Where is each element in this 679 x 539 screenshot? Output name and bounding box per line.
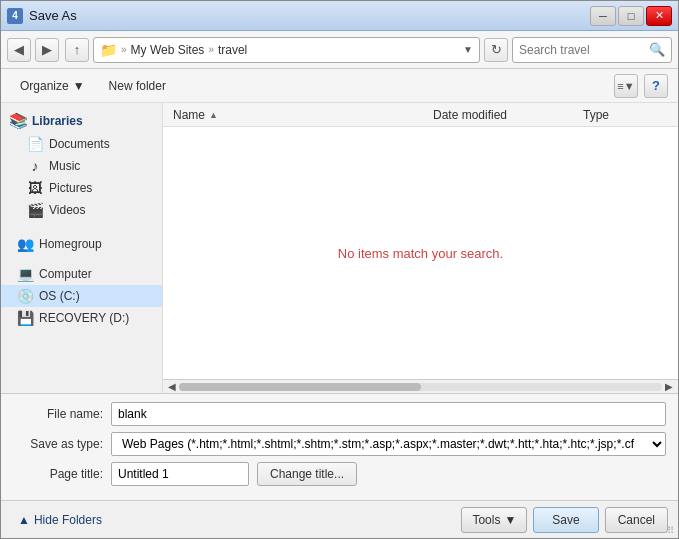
up-button[interactable]: ↑ — [65, 38, 89, 62]
file-name-row: File name: — [13, 402, 666, 426]
path-chevron1: » — [121, 44, 127, 55]
save-as-dialog: 4 Save As ─ □ ✕ ◀ ▶ ↑ 📁 » My Web Sites »… — [0, 0, 679, 539]
sidebar-music-label: Music — [49, 159, 80, 173]
save-as-type-select[interactable]: Web Pages (*.htm;*.html;*.shtml;*.shtm;*… — [111, 432, 666, 456]
sidebar-item-documents[interactable]: 📄 Documents — [1, 133, 162, 155]
sidebar-computer-label: Computer — [39, 267, 92, 281]
toolbar: Organize ▼ New folder ≡ ▼ ? — [1, 69, 678, 103]
path-dropdown-button[interactable]: ▼ — [463, 44, 473, 55]
page-title-label: Page title: — [13, 467, 103, 481]
videos-icon: 🎬 — [27, 202, 43, 218]
window-icon: 4 — [7, 8, 23, 24]
sidebar-homegroup-label: Homegroup — [39, 237, 102, 251]
col-date-header[interactable]: Date modified — [427, 108, 577, 122]
no-items-message: No items match your search. — [338, 246, 503, 261]
search-input[interactable] — [519, 43, 645, 57]
save-button[interactable]: Save — [533, 507, 598, 533]
organize-button[interactable]: Organize ▼ — [11, 74, 94, 98]
col-name-header[interactable]: Name ▲ — [167, 108, 427, 122]
file-name-input[interactable] — [111, 402, 666, 426]
osc-icon: 💿 — [17, 288, 33, 304]
window-controls: ─ □ ✕ — [590, 6, 672, 26]
new-folder-button[interactable]: New folder — [100, 74, 175, 98]
sidebar-item-pictures[interactable]: 🖼 Pictures — [1, 177, 162, 199]
sidebar-pictures-label: Pictures — [49, 181, 92, 195]
scroll-left-button[interactable]: ◀ — [165, 381, 179, 393]
hide-folders-icon: ▲ — [18, 513, 30, 527]
page-title-input[interactable] — [111, 462, 249, 486]
scroll-track[interactable] — [179, 383, 662, 391]
minimize-button[interactable]: ─ — [590, 6, 616, 26]
view-toggle-button[interactable]: ≡ ▼ — [614, 74, 638, 98]
resize-handle: ⠿ — [667, 525, 674, 536]
close-button[interactable]: ✕ — [646, 6, 672, 26]
pictures-icon: 🖼 — [27, 180, 43, 196]
sidebar-item-homegroup[interactable]: 👥 Homegroup — [1, 233, 162, 255]
bottom-bar: ▲ Hide Folders Tools ▼ Save Cancel ⠿ — [1, 500, 678, 538]
form-area: File name: Save as type: Web Pages (*.ht… — [1, 393, 678, 500]
sidebar-videos-label: Videos — [49, 203, 85, 217]
file-list: No items match your search. — [163, 127, 678, 379]
hide-folders-button[interactable]: ▲ Hide Folders — [11, 510, 109, 530]
navigation-bar: ◀ ▶ ↑ 📁 » My Web Sites » travel ▼ ↻ 🔍 — [1, 31, 678, 69]
main-area: 📚 Libraries 📄 Documents ♪ Music 🖼 Pictur… — [1, 103, 678, 393]
help-button[interactable]: ? — [644, 74, 668, 98]
horizontal-scrollbar[interactable]: ◀ ▶ — [163, 379, 678, 393]
bottom-actions: Tools ▼ Save Cancel — [461, 507, 668, 533]
sidebar-item-recovery[interactable]: 💾 RECOVERY (D:) — [1, 307, 162, 329]
scroll-right-button[interactable]: ▶ — [662, 381, 676, 393]
documents-icon: 📄 — [27, 136, 43, 152]
sidebar-item-music[interactable]: ♪ Music — [1, 155, 162, 177]
search-bar: 🔍 — [512, 37, 672, 63]
save-as-type-label: Save as type: — [13, 437, 103, 451]
sidebar-libraries-label: Libraries — [32, 114, 83, 128]
tools-button[interactable]: Tools ▼ — [461, 507, 527, 533]
address-bar[interactable]: 📁 » My Web Sites » travel ▼ — [93, 37, 480, 63]
file-area: Name ▲ Date modified Type No items match… — [163, 103, 678, 393]
save-as-type-row: Save as type: Web Pages (*.htm;*.html;*.… — [13, 432, 666, 456]
path-folder-icon: 📁 — [100, 42, 117, 58]
file-name-label: File name: — [13, 407, 103, 421]
computer-icon: 💻 — [17, 266, 33, 282]
refresh-button[interactable]: ↻ — [484, 38, 508, 62]
change-title-button[interactable]: Change title... — [257, 462, 357, 486]
sidebar-item-computer[interactable]: 💻 Computer — [1, 263, 162, 285]
hide-folders-label: Hide Folders — [34, 513, 102, 527]
sidebar-libraries-header[interactable]: 📚 Libraries — [1, 109, 162, 133]
sidebar: 📚 Libraries 📄 Documents ♪ Music 🖼 Pictur… — [1, 103, 163, 393]
window-title: Save As — [29, 8, 77, 23]
search-icon[interactable]: 🔍 — [649, 42, 665, 57]
col-type-header[interactable]: Type — [577, 108, 674, 122]
scroll-thumb[interactable] — [179, 383, 421, 391]
recovery-icon: 💾 — [17, 310, 33, 326]
sidebar-documents-label: Documents — [49, 137, 110, 151]
sidebar-osc-label: OS (C:) — [39, 289, 80, 303]
sidebar-item-videos[interactable]: 🎬 Videos — [1, 199, 162, 221]
homegroup-icon: 👥 — [17, 236, 33, 252]
path-segment-websites: My Web Sites — [131, 43, 205, 57]
maximize-button[interactable]: □ — [618, 6, 644, 26]
path-segment-travel: travel — [218, 43, 247, 57]
sidebar-item-osc[interactable]: 💿 OS (C:) — [1, 285, 162, 307]
back-button[interactable]: ◀ — [7, 38, 31, 62]
music-icon: ♪ — [27, 158, 43, 174]
sidebar-group-libraries: 📚 Libraries 📄 Documents ♪ Music 🖼 Pictur… — [1, 109, 162, 221]
sidebar-recovery-label: RECOVERY (D:) — [39, 311, 129, 325]
libraries-icon: 📚 — [9, 112, 28, 130]
cancel-button[interactable]: Cancel — [605, 507, 668, 533]
file-list-header: Name ▲ Date modified Type — [163, 103, 678, 127]
forward-button[interactable]: ▶ — [35, 38, 59, 62]
page-title-row: Page title: Change title... — [13, 462, 666, 486]
path-chevron2: » — [208, 44, 214, 55]
title-bar: 4 Save As ─ □ ✕ — [1, 1, 678, 31]
